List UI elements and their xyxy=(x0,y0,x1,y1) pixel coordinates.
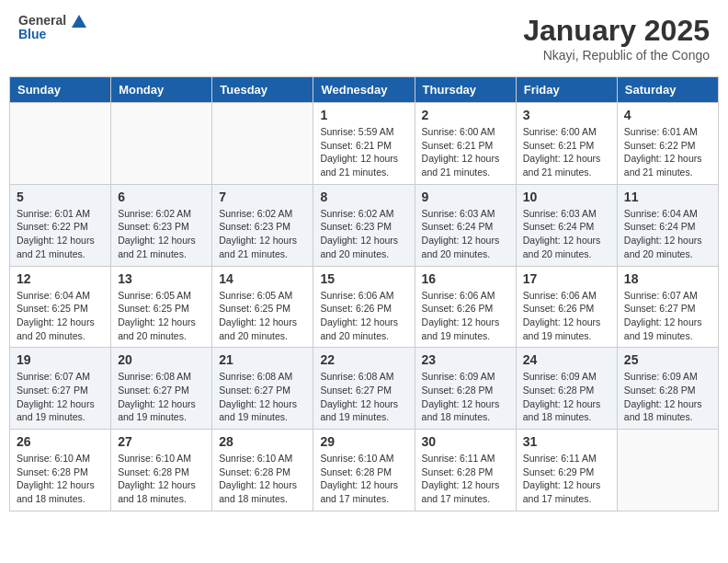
day-info: Sunrise: 6:07 AMSunset: 6:27 PMDaylight:… xyxy=(624,289,711,343)
weekday-header-row: SundayMondayTuesdayWednesdayThursdayFrid… xyxy=(10,77,719,103)
daylight-line1: Daylight: 12 hours xyxy=(219,478,306,492)
calendar-day-cell: 25Sunrise: 6:09 AMSunset: 6:28 PMDayligh… xyxy=(617,348,718,430)
calendar-day-cell: 26Sunrise: 6:10 AMSunset: 6:28 PMDayligh… xyxy=(10,430,111,511)
calendar-day-cell: 10Sunrise: 6:03 AMSunset: 6:24 PMDayligh… xyxy=(516,184,617,266)
daylight-line1: Daylight: 12 hours xyxy=(624,316,711,329)
sunrise-line: Sunrise: 6:03 AM xyxy=(422,207,509,221)
day-number: 17 xyxy=(523,271,610,286)
calendar-day-cell: 29Sunrise: 6:10 AMSunset: 6:28 PMDayligh… xyxy=(313,430,415,511)
daylight-line1: Daylight: 12 hours xyxy=(17,397,104,411)
daylight-line1: Daylight: 12 hours xyxy=(320,397,407,411)
calendar-day-cell: 7Sunrise: 6:02 AMSunset: 6:23 PMDaylight… xyxy=(212,184,313,266)
daylight-line2: and 18 minutes. xyxy=(17,492,104,506)
daylight-line1: Daylight: 12 hours xyxy=(523,316,610,329)
daylight-line2: and 20 minutes. xyxy=(422,247,509,261)
day-info: Sunrise: 6:02 AMSunset: 6:23 PMDaylight:… xyxy=(219,207,306,261)
daylight-line2: and 21 minutes. xyxy=(523,166,610,179)
logo: General Blue xyxy=(18,14,86,40)
sunset-line: Sunset: 6:25 PM xyxy=(17,302,104,316)
day-number: 30 xyxy=(422,434,509,449)
calendar-day-cell: 20Sunrise: 6:08 AMSunset: 6:27 PMDayligh… xyxy=(111,348,212,430)
daylight-line2: and 21 minutes. xyxy=(219,247,306,261)
daylight-line1: Daylight: 12 hours xyxy=(624,234,711,247)
sunset-line: Sunset: 6:28 PM xyxy=(320,465,407,479)
calendar-day-cell: 30Sunrise: 6:11 AMSunset: 6:28 PMDayligh… xyxy=(415,430,516,511)
logo-icon xyxy=(72,15,86,28)
sunrise-line: Sunrise: 6:00 AM xyxy=(422,125,509,139)
calendar-day-cell: 11Sunrise: 6:04 AMSunset: 6:24 PMDayligh… xyxy=(617,184,718,266)
calendar-day-cell: 1Sunrise: 5:59 AMSunset: 6:21 PMDaylight… xyxy=(313,103,415,185)
day-info: Sunrise: 6:00 AMSunset: 6:21 PMDaylight:… xyxy=(523,125,610,179)
day-number: 7 xyxy=(219,190,306,204)
daylight-line2: and 20 minutes. xyxy=(523,247,610,261)
daylight-line1: Daylight: 12 hours xyxy=(320,152,407,166)
calendar-day-cell: 3Sunrise: 6:00 AMSunset: 6:21 PMDaylight… xyxy=(516,103,617,185)
day-number: 25 xyxy=(624,352,711,367)
sunrise-line: Sunrise: 6:01 AM xyxy=(624,125,711,139)
sunrise-line: Sunrise: 6:09 AM xyxy=(422,370,509,384)
daylight-line2: and 20 minutes. xyxy=(17,329,104,343)
sunset-line: Sunset: 6:28 PM xyxy=(118,465,205,479)
sunrise-line: Sunrise: 6:01 AM xyxy=(17,207,104,221)
daylight-line1: Daylight: 12 hours xyxy=(118,397,205,411)
day-info: Sunrise: 6:11 AMSunset: 6:28 PMDaylight:… xyxy=(422,452,509,506)
day-number: 13 xyxy=(118,271,205,286)
weekday-header-wednesday: Wednesday xyxy=(313,77,415,103)
daylight-line2: and 18 minutes. xyxy=(118,492,205,506)
sunrise-line: Sunrise: 6:05 AM xyxy=(118,289,205,303)
day-info: Sunrise: 6:01 AMSunset: 6:22 PMDaylight:… xyxy=(624,125,711,179)
weekday-header-thursday: Thursday xyxy=(415,77,516,103)
sunset-line: Sunset: 6:28 PM xyxy=(422,384,509,397)
calendar-day-cell: 6Sunrise: 6:02 AMSunset: 6:23 PMDaylight… xyxy=(111,184,212,266)
sunrise-line: Sunrise: 6:02 AM xyxy=(118,207,205,221)
sunset-line: Sunset: 6:21 PM xyxy=(523,139,610,153)
daylight-line2: and 18 minutes. xyxy=(422,410,509,424)
sunrise-line: Sunrise: 6:10 AM xyxy=(17,452,104,465)
daylight-line2: and 18 minutes. xyxy=(219,492,306,506)
daylight-line2: and 19 minutes. xyxy=(17,410,104,424)
day-info: Sunrise: 6:09 AMSunset: 6:28 PMDaylight:… xyxy=(523,370,610,424)
sunrise-line: Sunrise: 6:10 AM xyxy=(118,452,205,465)
daylight-line1: Daylight: 12 hours xyxy=(422,234,509,247)
daylight-line2: and 21 minutes. xyxy=(118,247,205,261)
sunrise-line: Sunrise: 6:07 AM xyxy=(624,289,711,303)
day-info: Sunrise: 6:03 AMSunset: 6:24 PMDaylight:… xyxy=(523,207,610,261)
daylight-line1: Daylight: 12 hours xyxy=(118,316,205,329)
calendar-day-cell: 15Sunrise: 6:06 AMSunset: 6:26 PMDayligh… xyxy=(313,266,415,348)
daylight-line1: Daylight: 12 hours xyxy=(422,397,509,411)
daylight-line1: Daylight: 12 hours xyxy=(523,478,610,492)
daylight-line2: and 19 minutes. xyxy=(422,329,509,343)
daylight-line2: and 21 minutes. xyxy=(624,166,711,179)
day-number: 22 xyxy=(320,352,407,367)
day-info: Sunrise: 6:11 AMSunset: 6:29 PMDaylight:… xyxy=(523,452,610,506)
sunset-line: Sunset: 6:29 PM xyxy=(523,465,610,479)
daylight-line2: and 21 minutes. xyxy=(17,247,104,261)
daylight-line2: and 19 minutes. xyxy=(219,410,306,424)
day-number: 21 xyxy=(219,352,306,367)
calendar-week-row: 1Sunrise: 5:59 AMSunset: 6:21 PMDaylight… xyxy=(10,103,719,185)
day-number: 24 xyxy=(523,352,610,367)
calendar-day-cell: 9Sunrise: 6:03 AMSunset: 6:24 PMDaylight… xyxy=(415,184,516,266)
calendar-week-row: 19Sunrise: 6:07 AMSunset: 6:27 PMDayligh… xyxy=(10,348,719,430)
sunrise-line: Sunrise: 6:02 AM xyxy=(219,207,306,221)
sunrise-line: Sunrise: 6:07 AM xyxy=(17,370,104,384)
calendar-day-cell: 14Sunrise: 6:05 AMSunset: 6:25 PMDayligh… xyxy=(212,266,313,348)
day-info: Sunrise: 6:08 AMSunset: 6:27 PMDaylight:… xyxy=(118,370,205,424)
sunrise-line: Sunrise: 6:11 AM xyxy=(523,452,610,465)
sunrise-line: Sunrise: 6:00 AM xyxy=(523,125,610,139)
day-info: Sunrise: 6:09 AMSunset: 6:28 PMDaylight:… xyxy=(422,370,509,424)
calendar-day-cell: 27Sunrise: 6:10 AMSunset: 6:28 PMDayligh… xyxy=(111,430,212,511)
daylight-line2: and 19 minutes. xyxy=(523,329,610,343)
calendar-week-row: 5Sunrise: 6:01 AMSunset: 6:22 PMDaylight… xyxy=(10,184,719,266)
day-info: Sunrise: 6:06 AMSunset: 6:26 PMDaylight:… xyxy=(320,289,407,343)
daylight-line1: Daylight: 12 hours xyxy=(320,478,407,492)
daylight-line1: Daylight: 12 hours xyxy=(320,316,407,329)
day-number: 11 xyxy=(624,190,711,204)
sunset-line: Sunset: 6:24 PM xyxy=(422,220,509,234)
day-number: 19 xyxy=(17,352,104,367)
day-number: 18 xyxy=(624,271,711,286)
sunset-line: Sunset: 6:25 PM xyxy=(118,302,205,316)
daylight-line1: Daylight: 12 hours xyxy=(17,234,104,247)
day-number: 27 xyxy=(118,434,205,449)
daylight-line1: Daylight: 12 hours xyxy=(422,316,509,329)
